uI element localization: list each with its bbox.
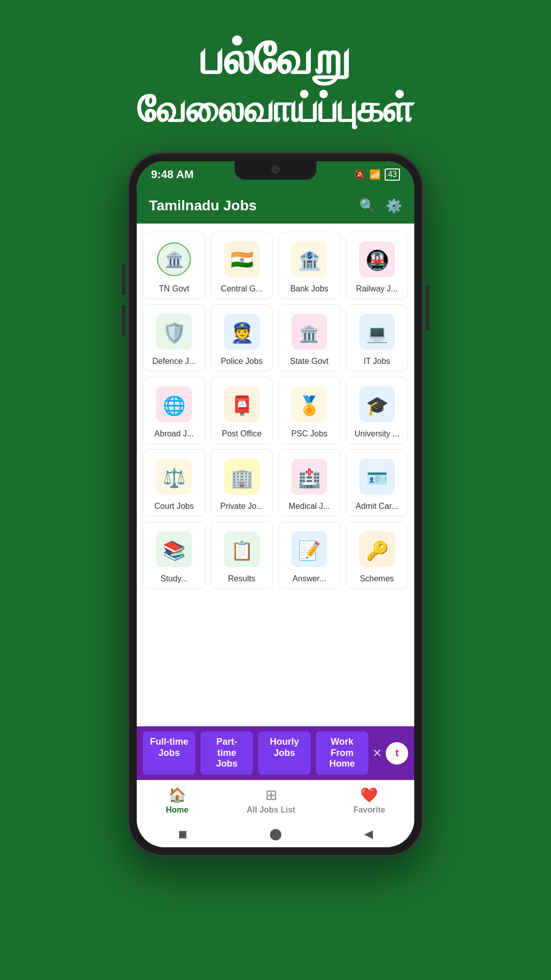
svg-text:🏛️: 🏛️ xyxy=(299,324,319,344)
status-time: 9:48 AM xyxy=(151,168,194,181)
study-materials-label: Study... xyxy=(146,574,202,583)
railway-jobs-icon: 🚇 xyxy=(356,238,398,280)
job-item-it-jobs[interactable]: 💻 IT Jobs xyxy=(346,304,409,372)
job-item-admit-card[interactable]: 🪪 Admit Car... xyxy=(346,449,409,517)
back-button[interactable]: ◀ xyxy=(364,827,373,841)
ad-tab-hourly[interactable]: Hourly Jobs xyxy=(258,731,311,775)
central-govt-label: Central G... xyxy=(214,284,270,293)
ad-tab-parttime[interactable]: Part-time Jobs xyxy=(201,731,253,775)
job-item-study-materials[interactable]: 📚 Study... xyxy=(143,522,206,589)
svg-text:🏢: 🏢 xyxy=(230,467,253,489)
job-item-tn-govt[interactable]: 🏛️ TN Govt xyxy=(143,232,206,299)
ad-close-icon[interactable]: ✕ xyxy=(372,747,382,760)
gear-icon[interactable]: ⚙️ xyxy=(386,198,402,214)
svg-text:👮: 👮 xyxy=(230,321,254,345)
medical-jobs-label: Medical J... xyxy=(282,502,337,511)
job-item-post-office[interactable]: 📮 Post Office xyxy=(211,377,273,444)
post-office-label: Post Office xyxy=(214,429,270,438)
job-item-psc-jobs[interactable]: 🏅 PSC Jobs xyxy=(278,377,341,444)
court-jobs-label: Court Jobs xyxy=(146,502,202,511)
svg-text:🎓: 🎓 xyxy=(365,395,388,416)
notch xyxy=(235,161,316,180)
job-item-police-jobs[interactable]: 👮 Police Jobs xyxy=(211,304,273,372)
defence-jobs-label: Defence J... xyxy=(146,357,202,366)
nav-home-label: Home xyxy=(166,805,188,815)
svg-text:🏦: 🏦 xyxy=(297,249,322,272)
home-button[interactable]: ⬤ xyxy=(269,827,282,841)
job-item-central-govt[interactable]: 🇮🇳 Central G... xyxy=(211,232,273,299)
svg-text:💻: 💻 xyxy=(366,323,388,344)
recent-apps-button[interactable]: ◼ xyxy=(178,827,187,841)
job-item-state-govt[interactable]: 🏛️ State Govt xyxy=(278,304,341,372)
tn-govt-icon: 🏛️ xyxy=(153,238,195,280)
bank-jobs-label: Bank Jobs xyxy=(282,284,337,293)
defence-jobs-icon: 🛡️ xyxy=(153,311,195,353)
state-govt-label: State Govt xyxy=(282,357,337,366)
tn-govt-label: TN Govt xyxy=(146,284,202,293)
psc-jobs-icon: 🏅 xyxy=(288,383,330,425)
job-item-defence-jobs[interactable]: 🛡️ Defence J... xyxy=(143,304,206,372)
ad-tab-fulltime[interactable]: Full-time Jobs xyxy=(143,731,195,775)
nav-favorite-icon: ❤️ xyxy=(360,787,378,803)
admit-card-icon: 🪪 xyxy=(356,456,398,498)
job-categories-grid: 🏛️ TN Govt 🇮🇳 Central G... 🏦 Bank Jobs 🚇… xyxy=(137,224,414,726)
nav-favorite-label: Favorite xyxy=(354,805,385,815)
volume-up-button xyxy=(121,264,126,295)
nav-all-jobs-icon: ⊞ xyxy=(265,787,277,803)
svg-text:⚖️: ⚖️ xyxy=(163,467,186,489)
page-header: பல்வேறு வேலைவாய்ப்புகள் xyxy=(137,31,414,132)
nav-item-all-jobs[interactable]: ⊞All Jobs List xyxy=(247,787,295,815)
job-item-railway-jobs[interactable]: 🚇 Railway J... xyxy=(346,232,409,299)
state-govt-icon: 🏛️ xyxy=(288,311,330,353)
svg-text:🌐: 🌐 xyxy=(163,395,186,416)
svg-text:🛡️: 🛡️ xyxy=(162,321,187,345)
app-header-actions: 🔍 ⚙️ xyxy=(359,198,402,214)
it-jobs-icon: 💻 xyxy=(356,311,398,353)
psc-jobs-label: PSC Jobs xyxy=(282,429,337,438)
bank-jobs-icon: 🏦 xyxy=(288,238,330,280)
job-item-university-jobs[interactable]: 🎓 University ... xyxy=(346,377,409,444)
it-jobs-label: IT Jobs xyxy=(349,357,405,366)
svg-text:🏥: 🏥 xyxy=(298,467,321,489)
svg-text:📋: 📋 xyxy=(230,540,253,561)
ad-tab-wfh[interactable]: Work From Home xyxy=(316,731,368,775)
svg-text:📚: 📚 xyxy=(163,540,186,561)
police-jobs-icon: 👮 xyxy=(221,311,263,353)
nav-all-jobs-label: All Jobs List xyxy=(247,805,295,815)
search-icon[interactable]: 🔍 xyxy=(359,198,375,214)
svg-text:🏅: 🏅 xyxy=(298,395,321,416)
wifi-icon: 📶 xyxy=(369,169,381,180)
schemes-icon: 🔑 xyxy=(356,528,398,570)
svg-text:🇮🇳: 🇮🇳 xyxy=(230,249,253,271)
schemes-label: Schemes xyxy=(349,574,405,583)
nav-item-home[interactable]: 🏠Home xyxy=(166,787,188,815)
job-item-bank-jobs[interactable]: 🏦 Bank Jobs xyxy=(278,232,341,299)
job-item-schemes[interactable]: 🔑 Schemes xyxy=(346,522,409,589)
university-jobs-icon: 🎓 xyxy=(356,383,398,425)
court-jobs-icon: ⚖️ xyxy=(153,456,195,498)
ad-logo: t xyxy=(386,742,408,765)
svg-text:📝: 📝 xyxy=(298,540,321,561)
battery-icon: 43 xyxy=(385,168,400,181)
job-item-abroad-jobs[interactable]: 🌐 Abroad J... xyxy=(143,377,206,444)
svg-text:🔑: 🔑 xyxy=(365,540,388,561)
nav-item-favorite[interactable]: ❤️Favorite xyxy=(354,787,385,815)
private-jobs-label: Private Jo... xyxy=(214,502,270,511)
job-item-medical-jobs[interactable]: 🏥 Medical J... xyxy=(278,449,341,517)
ad-tabs: Full-time JobsPart-time JobsHourly JobsW… xyxy=(143,731,368,775)
ad-banner: Full-time JobsPart-time JobsHourly JobsW… xyxy=(137,726,414,780)
volume-down-button xyxy=(121,305,126,336)
job-item-private-jobs[interactable]: 🏢 Private Jo... xyxy=(211,449,273,517)
app-title: Tamilnadu Jobs xyxy=(149,198,257,214)
grid-container: 🏛️ TN Govt 🇮🇳 Central G... 🏦 Bank Jobs 🚇… xyxy=(143,232,408,589)
status-icons: 🔕 📶 43 xyxy=(354,168,400,181)
abroad-jobs-icon: 🌐 xyxy=(153,383,195,425)
railway-jobs-label: Railway J... xyxy=(349,284,405,293)
job-item-answer-key[interactable]: 📝 Answer... xyxy=(278,522,341,589)
svg-text:🏛️: 🏛️ xyxy=(165,251,184,269)
job-item-court-jobs[interactable]: ⚖️ Court Jobs xyxy=(143,449,206,517)
nav-home-icon: 🏠 xyxy=(168,787,186,803)
header-line1: பல்வேறு xyxy=(137,31,414,86)
answer-key-label: Answer... xyxy=(282,574,337,583)
job-item-results[interactable]: 📋 Results xyxy=(211,522,273,589)
